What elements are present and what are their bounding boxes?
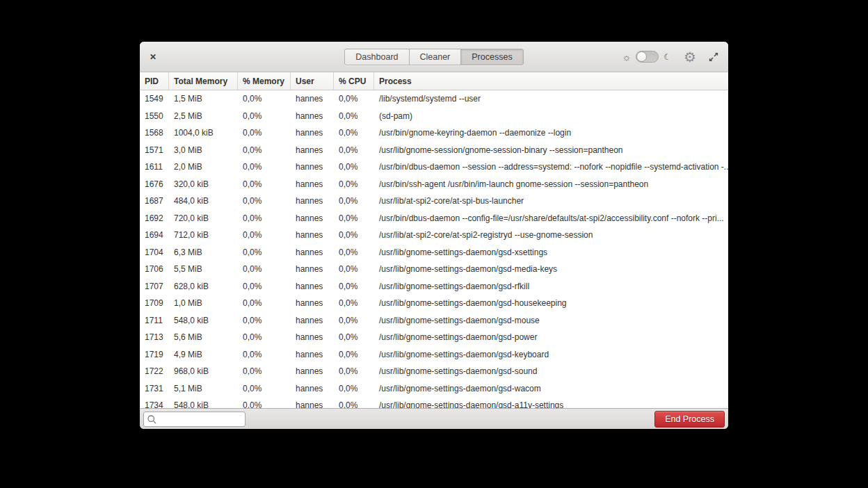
- cell-pid: 1611: [140, 158, 169, 176]
- cell-user: hannes: [291, 278, 334, 295]
- close-icon: ✕: [150, 52, 156, 62]
- table-row[interactable]: 15491,5 MiB0,0%hannes0,0%/lib/systemd/sy…: [140, 90, 728, 108]
- cell-user: hannes: [291, 108, 334, 125]
- table-row[interactable]: 1694712,0 kiB0,0%hannes0,0%/usr/lib/at-s…: [140, 227, 728, 244]
- column-header-process[interactable]: Process: [374, 72, 728, 90]
- table-row[interactable]: 1687484,0 kiB0,0%hannes0,0%/usr/lib/at-s…: [140, 193, 728, 210]
- column-header-memory[interactable]: Total Memory: [169, 72, 238, 90]
- column-header-memory_pct[interactable]: % Memory: [238, 72, 291, 90]
- cell-user: hannes: [291, 124, 334, 142]
- end-process-button[interactable]: End Process: [654, 411, 725, 428]
- cell-user: hannes: [291, 193, 334, 210]
- cell-process: /usr/lib/at-spi2-core/at-spi-bus-launche…: [374, 193, 728, 210]
- search-input[interactable]: [144, 412, 245, 426]
- cell-memory: 2,0 MiB: [169, 158, 238, 176]
- dark-mode-toggle[interactable]: [636, 51, 659, 63]
- cell-memory_pct: 0,0%: [238, 278, 291, 295]
- cell-memory: 548,0 kiB: [169, 312, 238, 330]
- cell-memory_pct: 0,0%: [238, 142, 291, 159]
- table-row[interactable]: 15681004,0 kiB0,0%hannes0,0%/usr/bin/gno…: [140, 124, 728, 142]
- cell-pid: 1571: [140, 142, 169, 159]
- search-entry[interactable]: [143, 412, 246, 427]
- settings-gear-icon[interactable]: ⚙: [684, 50, 696, 64]
- cell-process: /usr/lib/gnome-session/gnome-session-bin…: [374, 142, 728, 159]
- table-row[interactable]: 15502,5 MiB0,0%hannes0,0%(sd-pam): [140, 108, 728, 125]
- cell-cpu_pct: 0,0%: [334, 278, 374, 295]
- cell-cpu_pct: 0,0%: [334, 142, 374, 159]
- table-row[interactable]: 15713,0 MiB0,0%hannes0,0%/usr/lib/gnome-…: [140, 142, 728, 159]
- cell-memory: 484,0 kiB: [169, 193, 238, 210]
- cell-memory_pct: 0,0%: [238, 108, 291, 125]
- cell-process: /usr/lib/gnome-settings-daemon/gsd-wacom: [374, 380, 728, 398]
- cell-process: /usr/lib/gnome-settings-daemon/gsd-power: [374, 329, 728, 346]
- cell-pid: 1709: [140, 295, 169, 312]
- cell-cpu_pct: 0,0%: [334, 363, 374, 380]
- cell-user: hannes: [291, 363, 334, 380]
- process-list: 15491,5 MiB0,0%hannes0,0%/lib/systemd/sy…: [140, 90, 728, 408]
- cell-process: /usr/lib/gnome-settings-daemon/gsd-house…: [374, 295, 728, 312]
- column-header-cpu_pct[interactable]: % CPU: [334, 72, 374, 90]
- cell-pid: 1704: [140, 244, 169, 261]
- table-row[interactable]: 1707628,0 kiB0,0%hannes0,0%/usr/lib/gnom…: [140, 278, 728, 295]
- table-row[interactable]: 17065,5 MiB0,0%hannes0,0%/usr/lib/gnome-…: [140, 261, 728, 278]
- cell-memory_pct: 0,0%: [238, 380, 291, 398]
- cell-user: hannes: [291, 397, 334, 408]
- cell-cpu_pct: 0,0%: [334, 346, 374, 364]
- fullscreen-expand-icon[interactable]: [707, 51, 720, 63]
- cell-cpu_pct: 0,0%: [334, 210, 374, 227]
- tab-cleaner[interactable]: Cleaner: [410, 49, 462, 65]
- cell-cpu_pct: 0,0%: [334, 312, 374, 330]
- cell-user: hannes: [291, 142, 334, 159]
- table-row[interactable]: 16112,0 MiB0,0%hannes0,0%/usr/bin/dbus-d…: [140, 158, 728, 176]
- cell-pid: 1706: [140, 261, 169, 278]
- cell-pid: 1550: [140, 108, 169, 125]
- table-row[interactable]: 1734548,0 kiB0,0%hannes0,0%/usr/lib/gnom…: [140, 397, 728, 408]
- cell-memory_pct: 0,0%: [238, 397, 291, 408]
- table-row[interactable]: 1676320,0 kiB0,0%hannes0,0%/usr/bin/ssh-…: [140, 176, 728, 193]
- toggle-knob: [636, 51, 647, 62]
- cell-cpu_pct: 0,0%: [334, 261, 374, 278]
- cell-memory: 320,0 kiB: [169, 176, 238, 193]
- tab-dashboard[interactable]: Dashboard: [345, 49, 409, 65]
- cell-pid: 1687: [140, 193, 169, 210]
- tab-processes[interactable]: Processes: [461, 49, 522, 65]
- cell-pid: 1734: [140, 397, 169, 408]
- table-row[interactable]: 1722968,0 kiB0,0%hannes0,0%/usr/lib/gnom…: [140, 363, 728, 380]
- cell-memory: 1,5 MiB: [169, 90, 238, 108]
- cell-memory_pct: 0,0%: [238, 227, 291, 244]
- cell-memory_pct: 0,0%: [238, 193, 291, 210]
- table-row[interactable]: 17091,0 MiB0,0%hannes0,0%/usr/lib/gnome-…: [140, 295, 728, 312]
- cell-process: /usr/bin/dbus-daemon --session --address…: [374, 158, 728, 176]
- cell-pid: 1719: [140, 346, 169, 364]
- cell-memory_pct: 0,0%: [238, 346, 291, 364]
- cell-process: /usr/lib/gnome-settings-daemon/gsd-a11y-…: [374, 397, 728, 408]
- cell-user: hannes: [291, 90, 334, 108]
- cell-memory: 5,6 MiB: [169, 329, 238, 346]
- cell-pid: 1568: [140, 124, 169, 142]
- table-row[interactable]: 17046,3 MiB0,0%hannes0,0%/usr/lib/gnome-…: [140, 244, 728, 261]
- cell-pid: 1676: [140, 176, 169, 193]
- cell-pid: 1731: [140, 380, 169, 398]
- table-row[interactable]: 17315,1 MiB0,0%hannes0,0%/usr/lib/gnome-…: [140, 380, 728, 398]
- cell-process: /usr/lib/gnome-settings-daemon/gsd-rfkil…: [374, 278, 728, 295]
- cell-memory: 5,5 MiB: [169, 261, 238, 278]
- header-actions: ☼ ☾ ⚙: [622, 50, 720, 64]
- footer-bar: End Process: [140, 408, 728, 429]
- column-header-user[interactable]: User: [291, 72, 334, 90]
- table-row[interactable]: 17135,6 MiB0,0%hannes0,0%/usr/lib/gnome-…: [140, 329, 728, 346]
- cell-user: hannes: [291, 346, 334, 364]
- window-close-button[interactable]: ✕: [146, 50, 160, 64]
- cell-memory_pct: 0,0%: [238, 210, 291, 227]
- table-row[interactable]: 1692720,0 kiB0,0%hannes0,0%/usr/bin/dbus…: [140, 210, 728, 227]
- cell-cpu_pct: 0,0%: [334, 176, 374, 193]
- cell-process: /usr/lib/gnome-settings-daemon/gsd-media…: [374, 261, 728, 278]
- column-header-pid[interactable]: PID: [140, 72, 169, 90]
- cell-user: hannes: [291, 380, 334, 398]
- cell-cpu_pct: 0,0%: [334, 90, 374, 108]
- cell-memory: 1,0 MiB: [169, 295, 238, 312]
- cell-process: (sd-pam): [374, 108, 728, 125]
- cell-memory: 2,5 MiB: [169, 108, 238, 125]
- table-row[interactable]: 1711548,0 kiB0,0%hannes0,0%/usr/lib/gnom…: [140, 312, 728, 330]
- cell-cpu_pct: 0,0%: [334, 193, 374, 210]
- table-row[interactable]: 17194,9 MiB0,0%hannes0,0%/usr/lib/gnome-…: [140, 346, 728, 364]
